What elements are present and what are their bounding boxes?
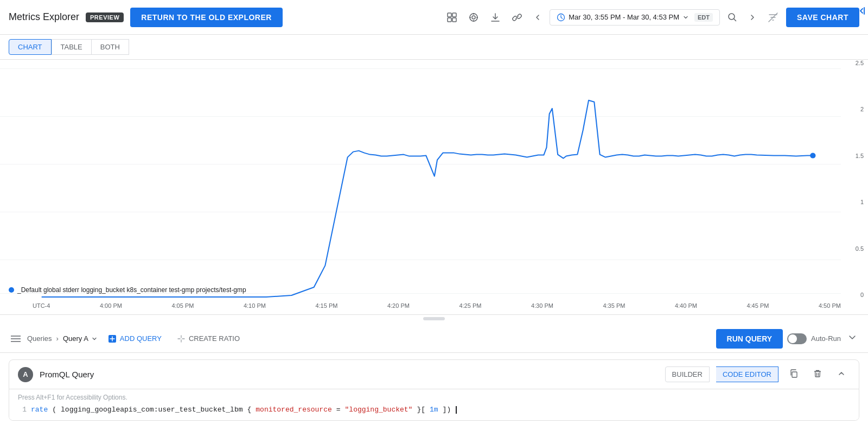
query-a-label: Query A	[63, 334, 88, 343]
copy-query-button[interactable]	[785, 367, 802, 382]
collapse-panel-icon	[857, 7, 866, 15]
tab-table[interactable]: TABLE	[52, 39, 92, 55]
svg-rect-1	[452, 13, 456, 17]
timezone-badge: EDT	[694, 13, 713, 22]
breadcrumb-separator: ›	[56, 334, 59, 343]
x-label-400: 4:00 PM	[100, 302, 122, 309]
code-close-bracket: ])	[443, 406, 451, 414]
auto-run-switch[interactable]	[787, 333, 807, 344]
query-editor-header: A PromQL Query BUILDER CODE EDITOR	[9, 360, 859, 389]
y-label-0: 0	[860, 292, 864, 298]
line-number: 1	[18, 406, 27, 414]
code-cursor	[456, 406, 457, 414]
collapse-bar[interactable]	[0, 315, 868, 325]
code-line-1: 1 rate ( logging_googleapis_com:user_tes…	[9, 403, 859, 416]
chart-svg	[0, 60, 841, 298]
code-open-paren: (	[52, 406, 56, 414]
y-axis-labels: 2.5 2 1.5 1 0.5 0	[856, 60, 864, 298]
collapse-panel-button[interactable]	[855, 4, 868, 20]
expand-down-button[interactable]	[845, 330, 859, 347]
x-label-445: 4:45 PM	[746, 302, 769, 309]
auto-run-label: Auto-Run	[811, 334, 841, 343]
ratio-icon	[177, 334, 186, 343]
target-icon-button[interactable]	[465, 9, 482, 26]
y-label-1-5: 1.5	[856, 153, 864, 159]
x-axis-labels: UTC-4 4:00 PM 4:05 PM 4:10 PM 4:15 PM 4:…	[33, 302, 841, 309]
legend-text: _Default global stderr logging_bucket k8…	[17, 286, 246, 294]
x-label-450: 4:50 PM	[819, 302, 841, 309]
save-chart-button[interactable]: SAVE CHART	[786, 8, 859, 27]
chart-area: 2.5 2 1.5 1 0.5 0 UTC-4 4:00 PM 4:05 PM …	[0, 60, 868, 315]
delete-query-button[interactable]	[809, 367, 826, 382]
copy-icon	[789, 369, 798, 378]
prev-time-button[interactable]	[530, 10, 545, 25]
app-title: Metrics Explorer	[9, 11, 79, 23]
target-icon	[468, 12, 479, 23]
y-label-2: 2	[860, 106, 864, 112]
x-label-440: 4:40 PM	[675, 302, 697, 309]
view-tabs: CHART TABLE BOTH	[0, 35, 868, 60]
download-icon	[490, 12, 501, 23]
search-icon-button[interactable]	[724, 9, 741, 26]
y-label-0-5: 0.5	[856, 245, 864, 252]
x-label-420: 4:20 PM	[387, 302, 410, 309]
x-label-410: 4:10 PM	[244, 302, 266, 309]
return-to-old-explorer-button[interactable]: RETURN TO THE OLD EXPLORER	[130, 8, 283, 27]
header-icons: Mar 30, 3:55 PM - Mar 30, 4:53 PM EDT	[443, 8, 859, 27]
query-a-selector[interactable]: Query A	[63, 334, 98, 343]
link-icon-button[interactable]	[508, 9, 526, 26]
hamburger-icon	[11, 335, 21, 343]
chart-legend: _Default global stderr logging_bucket k8…	[0, 283, 255, 297]
collapse-editor-button[interactable]	[833, 367, 850, 382]
code-equals: =	[336, 406, 341, 414]
chevron-up-icon	[837, 369, 846, 378]
dropdown-arrow-icon	[682, 14, 689, 21]
run-query-button[interactable]: RUN QUERY	[716, 329, 783, 349]
builder-tab[interactable]: BUILDER	[665, 366, 710, 382]
header: Metrics Explorer PREVIEW RETURN TO THE O…	[0, 0, 868, 35]
queries-menu-button[interactable]	[9, 333, 23, 345]
code-open-brace: {	[247, 406, 252, 414]
query-code-area[interactable]: Press Alt+F1 for Accessibility Options. …	[9, 389, 859, 420]
add-icon	[108, 334, 117, 343]
chevron-left-icon	[533, 13, 542, 22]
chart-end-dot	[810, 153, 815, 159]
clock-icon	[557, 13, 565, 22]
expand-down-icon	[847, 332, 857, 342]
x-label-435: 4:35 PM	[603, 302, 625, 309]
time-range-selector[interactable]: Mar 30, 3:55 PM - Mar 30, 4:53 PM EDT	[550, 9, 720, 26]
add-query-button[interactable]: ADD QUERY	[103, 331, 167, 346]
download-icon-button[interactable]	[487, 9, 504, 26]
create-ratio-button[interactable]: CREATE RATIO	[171, 331, 245, 346]
layout-icon	[446, 12, 457, 23]
tab-both[interactable]: BOTH	[92, 39, 129, 55]
collapse-handle[interactable]	[423, 317, 445, 320]
x-label-430: 4:30 PM	[531, 302, 553, 309]
trash-icon	[813, 369, 822, 378]
query-title: PromQL Query	[40, 370, 94, 379]
code-accessibility-hint: Press Alt+F1 for Accessibility Options.	[9, 394, 859, 403]
svg-point-4	[470, 14, 477, 21]
x-label-utc4: UTC-4	[33, 302, 50, 309]
svg-rect-0	[448, 13, 451, 17]
queries-label: Queries	[27, 334, 52, 343]
tab-chart[interactable]: CHART	[9, 39, 52, 55]
chevron-right-icon	[748, 13, 757, 22]
time-range-text: Mar 30, 3:55 PM - Mar 30, 4:53 PM	[569, 13, 679, 21]
next-time-button[interactable]	[745, 10, 760, 25]
query-avatar: A	[18, 367, 33, 382]
layout-icon-button[interactable]	[443, 9, 461, 26]
code-close-brace: }[	[417, 406, 425, 414]
toggle-knob	[788, 334, 797, 343]
y-label-2-5: 2.5	[856, 60, 864, 66]
query-a-dropdown-icon	[91, 335, 98, 343]
preview-badge: PREVIEW	[86, 12, 124, 22]
x-label-425: 4:25 PM	[459, 302, 481, 309]
code-metric-name: logging_googleapis_com:user_test_bucket_…	[61, 406, 242, 414]
search-icon	[727, 12, 737, 22]
code-editor-tab[interactable]: CODE EDITOR	[716, 366, 778, 382]
svg-rect-3	[452, 18, 456, 22]
code-attr-key: monitored_resource	[256, 406, 331, 414]
add-query-label: ADD QUERY	[120, 334, 162, 343]
filter-off-icon-button[interactable]	[764, 9, 782, 26]
